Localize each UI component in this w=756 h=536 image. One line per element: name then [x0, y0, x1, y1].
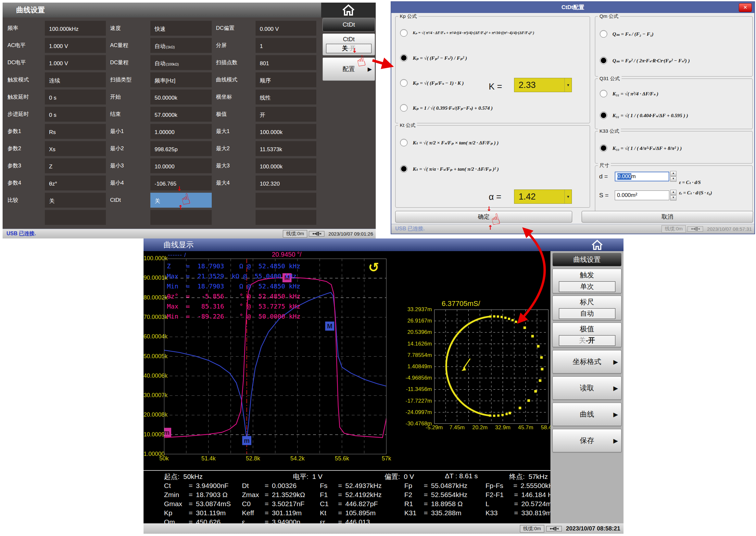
q31-option-0[interactable]: K₃₁ = √( π²/4 · ΔF/Fₛ ) — [595, 90, 752, 97]
setting-value-r10c4[interactable]: -106.765 — [150, 176, 212, 190]
kt-radio-0[interactable] — [400, 139, 408, 146]
setting-value-r4c4[interactable]: 频率[Hz] — [150, 72, 212, 87]
main-x-tick: 52.8k — [246, 455, 260, 462]
ok-button[interactable]: 确定 — [395, 211, 572, 222]
z-trace-legend: ------ / — [168, 251, 186, 258]
main-y-tick: 40.0006k — [144, 373, 162, 379]
setting-value-r2c2[interactable]: 1.000 V — [45, 38, 106, 53]
setting-value-r2c6[interactable]: 1 — [256, 38, 316, 53]
cancel-button[interactable]: 取消 — [582, 211, 753, 222]
setting-value-r6c4[interactable]: 57.0000k — [150, 107, 212, 122]
setting-label-r12c3 — [107, 209, 150, 226]
setting-value-r12c2[interactable] — [45, 210, 106, 225]
qm-radio-1[interactable] — [600, 57, 607, 64]
kt-option-0[interactable]: Kₜ = √( π/2 × Fₛ/Fₚ × tan( π/2 · ΔF/Fₚ )… — [396, 139, 590, 146]
qm-formula-1: Qₘ = Fₚ² / ( 2π·Fₛ·R·Cᴛ·(Fₚ² − Fₛ²) ) — [612, 57, 690, 64]
close-icon[interactable]: ✕ — [739, 3, 752, 12]
panel-curve-display: 曲线显示 ------ / 20.9450 °/ 100.000k90.0001… — [144, 239, 624, 534]
kp-option-0[interactable]: Kₚ = √( π²/4 · ΔF/Fₛ + π²/4·((4−π²)/4)·(… — [396, 29, 590, 37]
ctdt-config-button[interactable]: 配置 ▶ — [322, 57, 375, 81]
circle-y-tick: -17.7227m — [401, 398, 432, 404]
setting-value-r8c4[interactable]: 998.625p — [150, 141, 212, 156]
setting-value-r1c2[interactable]: 100.000kHz — [45, 21, 106, 36]
thickness-stepper[interactable]: ▲▼ — [670, 171, 676, 182]
qm-option-0[interactable]: Qₘ = Fₛ / (F₂ − F₁) — [595, 30, 752, 38]
qm-option-1[interactable]: Qₘ = Fₚ² / ( 2π·Fₛ·R·Cᴛ·(Fₚ² − Fₛ²) ) — [595, 57, 752, 64]
setting-value-r1c4[interactable]: 快速 — [150, 21, 212, 36]
trigger-button[interactable]: 触发 单次 — [553, 269, 622, 293]
home-icon[interactable] — [341, 4, 356, 17]
q31-option-1[interactable]: K₃₁ = √( 1 / ( 0.404·Fₛ/ΔF + 0.595 ) ) — [595, 112, 752, 119]
measurement-K33: K33=330.819m — [486, 509, 557, 517]
home-icon[interactable] — [591, 239, 604, 251]
setting-value-r7c2[interactable]: Rs — [45, 124, 106, 139]
setting-value-r5c4[interactable]: 50.0000k — [150, 89, 212, 105]
k33-group-label: K33 公式 — [598, 128, 621, 134]
setting-value-r3c6[interactable]: 801 — [256, 55, 316, 70]
setting-value-r3c4[interactable]: 自动(100kΩ) — [150, 55, 212, 70]
setting-value-r5c6[interactable]: 线性 — [256, 89, 316, 105]
kp-option-1[interactable]: Kₚ = √( (Fₚ² − Fₛ²) / Fₚ² ) — [396, 54, 590, 62]
ctdt-toggle-button[interactable]: CtDt 关-开 — [322, 33, 375, 55]
setting-value-r3c2[interactable]: 1.000 V — [45, 55, 106, 70]
setting-value-r7c6[interactable]: 100.000k — [256, 124, 316, 139]
kp-radio-3[interactable] — [400, 104, 408, 112]
dialog-status-bar: USB 已连接. 线缆:0m 2023/10/07 08:57:31 — [391, 224, 754, 234]
setting-value-r11c4[interactable]: 关 — [150, 193, 212, 208]
panel-curve-settings: 曲线设置 频率100.000kHz速度快速DC偏置0.000 VAC电平1.00… — [3, 3, 376, 239]
setting-value-r8c6[interactable]: 11.5373k — [256, 141, 316, 156]
setting-value-r4c2[interactable]: 连续 — [45, 72, 106, 87]
k-coefficient-select[interactable]: 2.33 ▼ — [514, 78, 572, 92]
q31-radio-1[interactable] — [600, 112, 607, 119]
thickness-field[interactable]: 0.000m — [615, 172, 669, 182]
qm-radio-0[interactable] — [600, 30, 607, 38]
area-stepper[interactable]: ▲▼ — [670, 190, 676, 201]
setting-value-r7c4[interactable]: 1.00000 — [150, 124, 212, 139]
admittance-circle-chart[interactable] — [434, 310, 549, 424]
extreme-toggle-button[interactable]: 极值 关-开 — [553, 322, 622, 347]
home-button-zone[interactable] — [591, 239, 604, 251]
circle-x-tick: 32.9m — [495, 424, 511, 431]
setting-value-r2c4[interactable]: 自动(1kΩ) — [150, 38, 212, 53]
kp-radio-2[interactable] — [400, 79, 408, 86]
curve-button[interactable]: 曲线 ▶ — [553, 403, 622, 426]
setting-value-r8c2[interactable]: Xs — [45, 141, 106, 156]
setting-value-r9c6[interactable]: 100.000k — [256, 158, 316, 173]
setting-value-r4c6[interactable]: 顺序 — [256, 72, 316, 87]
cursor-readout-block: Z = 18.7903 Ω @ 52.4850 kHzMax = 21.3529… — [167, 261, 301, 321]
setting-value-r9c4[interactable]: 10.0000 — [150, 158, 212, 173]
measurement-F1: F1=52.4192kHz — [320, 491, 404, 499]
settings-table: 频率100.000kHz速度快速DC偏置0.000 VAC电平1.000 VAC… — [4, 19, 317, 226]
kp-option-3[interactable]: Kₚ = 1 / √( 0.395·Fₛ/(Fₚ−Fₛ) + 0.574 ) — [396, 104, 590, 112]
setting-value-r11c2[interactable]: 关 — [45, 193, 106, 208]
kt-radio-1[interactable] — [400, 165, 408, 173]
q31-radio-0[interactable] — [600, 90, 607, 97]
dropdown-arrow-icon[interactable]: ▼ — [564, 190, 572, 203]
save-button[interactable]: 保存 ▶ — [553, 429, 622, 452]
setting-value-r12c6[interactable] — [256, 210, 316, 225]
setting-value-r6c2[interactable]: 0 s — [45, 107, 106, 122]
dropdown-arrow-icon[interactable]: ▼ — [564, 78, 572, 92]
setting-value-r6c6[interactable]: 开 — [256, 107, 316, 122]
setting-value-r12c4[interactable] — [150, 210, 212, 225]
ruler-button[interactable]: 标尺 自动 — [553, 296, 622, 320]
kp-radio-0[interactable] — [400, 29, 408, 37]
home-button-zone[interactable] — [321, 3, 376, 17]
setting-value-r10c2[interactable]: θz° — [45, 176, 106, 190]
coordinate-format-button[interactable]: 坐标格式 ▶ — [553, 350, 622, 373]
setting-value-r11c6[interactable] — [256, 193, 316, 208]
area-label: S = — [599, 192, 615, 199]
kt-option-1[interactable]: Kₜ = √( π/α · Fₛ/Fₚ + tan( π/2 · ΔF/Fₚ )… — [396, 165, 590, 173]
setting-value-r1c6[interactable]: 0.000 V — [256, 21, 316, 36]
setting-value-r9c2[interactable]: Z — [45, 158, 106, 173]
setting-value-r5c2[interactable]: 0 s — [45, 89, 106, 105]
setting-value-r10c6[interactable]: 102.320 — [256, 176, 316, 190]
alpha-coefficient-select[interactable]: 1.42 ▼ — [514, 189, 572, 204]
readout-line: Max = 85.316 ° @ 53.7275 kHz — [167, 301, 301, 312]
kp-radio-1[interactable] — [400, 54, 408, 62]
sidebar-item-curve-settings[interactable]: 曲线设置 — [553, 253, 622, 266]
area-field[interactable]: 0.000m² — [615, 190, 669, 200]
read-button[interactable]: 读取 ▶ — [553, 376, 622, 400]
k33-option-0[interactable]: K₃₃ = √( 1 / ( 4/π²·Fₛ/ΔF + 8/π² ) ) — [595, 144, 752, 152]
k33-radio-0[interactable] — [600, 144, 607, 152]
